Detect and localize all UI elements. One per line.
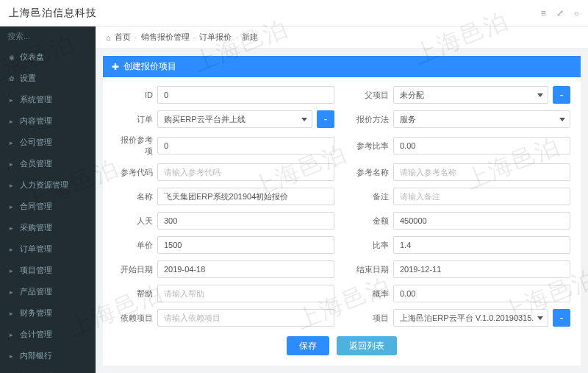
app-logo: 上海邑泊信息科技 xyxy=(9,7,97,20)
input-name[interactable] xyxy=(157,188,334,205)
label-refname: 参考名称 xyxy=(349,167,389,178)
select-parent[interactable]: 未分配 xyxy=(393,86,548,104)
sidebar-item[interactable]: ◉仪表盘 xyxy=(0,46,96,68)
input-id[interactable] xyxy=(157,86,334,104)
breadcrumb: ⌂ 首页 ◦ 销售报价管理 ◦ 订单报价 ◦ 新建 xyxy=(96,26,588,49)
label-desc: 帮助 xyxy=(113,288,153,299)
user-icon[interactable]: ○ xyxy=(574,8,579,18)
sidebar-item[interactable]: ▸采购管理 xyxy=(0,217,96,238)
panel-title: ✚ 创建报价项目 xyxy=(103,56,581,77)
sidebar-search[interactable]: 搜索... xyxy=(0,26,96,46)
sidebar-item[interactable]: ▸财务管理 xyxy=(0,302,96,324)
label-id: ID xyxy=(113,90,153,99)
label-name: 名称 xyxy=(113,191,153,202)
sidebar-item[interactable]: ▸合同管理 xyxy=(0,196,96,217)
select-order[interactable]: 购买ERP云平台并上线 xyxy=(157,110,312,128)
sidebar-item-label: 仪表盘 xyxy=(20,51,44,63)
home-icon[interactable]: ⌂ xyxy=(106,33,111,42)
sidebar-item[interactable]: ▸订单管理 xyxy=(0,238,96,260)
sidebar-item-label: 会计管理 xyxy=(20,329,52,340)
sidebar: 搜索... ◉仪表盘 ✿设置 ▸系统管理 ▸内容管理 ▸公司管理 ▸会员管理 ▸… xyxy=(0,26,96,373)
input-refcode[interactable] xyxy=(157,163,334,181)
select-method[interactable]: 服务 xyxy=(393,110,570,128)
label-amount: 金额 xyxy=(349,216,389,227)
label-remark: 备注 xyxy=(349,191,389,202)
input-price[interactable] xyxy=(157,236,334,254)
label-ratio: 参考比率 xyxy=(349,141,389,152)
sidebar-item-label: 内部银行 xyxy=(20,350,52,361)
input-rate[interactable] xyxy=(393,236,570,254)
input-desc[interactable] xyxy=(157,285,334,302)
input-mandays[interactable] xyxy=(157,212,334,230)
sidebar-item-label: 产品管理 xyxy=(20,286,52,297)
label-proj: 项目 xyxy=(349,313,389,324)
minus-button[interactable]: - xyxy=(553,86,570,104)
sidebar-item[interactable]: ▸人力资源管理 xyxy=(0,174,96,196)
label-parent: 父项目 xyxy=(349,90,389,101)
breadcrumb-link[interactable]: 销售报价管理 xyxy=(141,32,190,43)
label-depend: 依赖项目 xyxy=(113,313,153,324)
sidebar-item-label: 系统管理 xyxy=(20,94,52,105)
sidebar-item[interactable]: ✿设置 xyxy=(0,68,96,89)
sidebar-item-label: 合同管理 xyxy=(20,201,52,212)
breadcrumb-link[interactable]: 订单报价 xyxy=(199,32,232,43)
sidebar-item[interactable]: ▸公司管理 xyxy=(0,132,96,153)
input-ratio[interactable] xyxy=(393,137,570,154)
label-end: 结束日期 xyxy=(349,264,389,275)
sidebar-item-label: 项目管理 xyxy=(20,265,52,276)
label-method: 报价方法 xyxy=(349,114,389,125)
sidebar-item[interactable]: ▸会员管理 xyxy=(0,153,96,174)
sidebar-item-label: 设置 xyxy=(20,73,36,84)
label-mandays: 人天 xyxy=(113,216,153,227)
minus-button[interactable]: - xyxy=(317,110,334,128)
label-overview: 概率 xyxy=(349,288,389,299)
plus-circle-icon: ✚ xyxy=(112,62,119,72)
sidebar-item-label: 会员管理 xyxy=(20,158,52,169)
sidebar-item-label: 内容管理 xyxy=(20,116,52,127)
input-end[interactable] xyxy=(393,260,570,278)
input-quoteitem[interactable] xyxy=(157,137,334,154)
menu-icon[interactable]: ≡ xyxy=(541,8,546,18)
sidebar-item-label: 采购管理 xyxy=(20,222,52,233)
input-remark[interactable] xyxy=(393,188,570,205)
input-refname[interactable] xyxy=(393,163,570,181)
expand-icon[interactable]: ⤢ xyxy=(556,8,564,18)
label-rate: 比率 xyxy=(349,240,389,251)
dashboard-icon: ◉ xyxy=(9,54,14,61)
sidebar-item[interactable]: ▸内部银行 xyxy=(0,345,96,366)
sidebar-item[interactable]: ▸会计管理 xyxy=(0,324,96,345)
breadcrumb-home[interactable]: 首页 xyxy=(115,32,131,43)
save-button[interactable]: 保存 xyxy=(287,336,329,355)
label-start: 开始日期 xyxy=(113,264,153,275)
sidebar-item[interactable]: ▸内容管理 xyxy=(0,110,96,132)
sidebar-item-label: 人力资源管理 xyxy=(20,180,68,191)
minus-button[interactable]: - xyxy=(553,309,570,327)
select-proj[interactable]: 上海邑泊ERP云平台 V.1.0.20190315... xyxy=(393,309,548,327)
form-panel: ✚ 创建报价项目 ID 父项目 未分配 - 订 xyxy=(103,56,581,366)
breadcrumb-current: 新建 xyxy=(242,32,258,43)
sidebar-item-label: 公司管理 xyxy=(20,137,52,148)
gear-icon: ✿ xyxy=(9,75,14,82)
label-price: 单价 xyxy=(113,240,153,251)
label-quoteitem: 报价参考项 xyxy=(113,135,153,157)
label-refcode: 参考代码 xyxy=(113,167,153,178)
sidebar-item-label: 财务管理 xyxy=(20,308,52,319)
input-amount[interactable] xyxy=(393,212,570,230)
sidebar-item[interactable]: ▸系统管理 xyxy=(0,89,96,110)
input-overview[interactable] xyxy=(393,285,570,302)
sidebar-item[interactable]: ▸客户关系管理 xyxy=(0,366,96,373)
sidebar-item-label: 订单管理 xyxy=(20,244,52,255)
input-depend[interactable] xyxy=(157,309,334,327)
input-start[interactable] xyxy=(157,260,334,278)
sidebar-item[interactable]: ▸产品管理 xyxy=(0,281,96,302)
sidebar-item[interactable]: ▸项目管理 xyxy=(0,260,96,281)
back-button[interactable]: 返回列表 xyxy=(337,336,397,355)
label-order: 订单 xyxy=(113,114,153,125)
